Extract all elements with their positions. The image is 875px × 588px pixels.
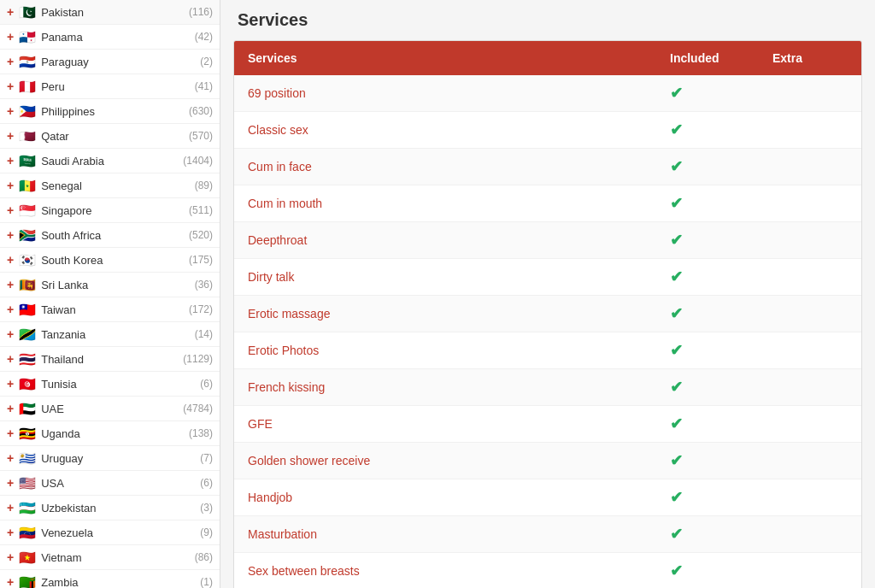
included-cell: ✔ bbox=[656, 332, 759, 368]
plus-icon: + bbox=[7, 129, 14, 143]
service-cell: Golden shower receive bbox=[234, 445, 656, 476]
country-name: Qatar bbox=[41, 130, 189, 143]
country-item[interactable]: + 🇿🇲 Zambia (1) bbox=[0, 570, 220, 588]
flag-icon: 🇺🇸 bbox=[19, 477, 36, 489]
service-cell: French kissing bbox=[234, 372, 656, 403]
country-count: (86) bbox=[195, 551, 213, 563]
flag-icon: 🇵🇾 bbox=[19, 56, 36, 68]
flag-icon: 🇺🇿 bbox=[19, 502, 36, 514]
country-item[interactable]: + 🇺🇬 Uganda (138) bbox=[0, 421, 220, 446]
country-item[interactable]: + 🇵🇭 Philippines (630) bbox=[0, 99, 220, 124]
plus-icon: + bbox=[7, 550, 14, 564]
country-item[interactable]: + 🇹🇿 Tanzania (14) bbox=[0, 322, 220, 347]
country-list: + 🇵🇰 Pakistan (116) + 🇵🇦 Panama (42) + 🇵… bbox=[0, 0, 220, 588]
country-name: UAE bbox=[41, 403, 183, 415]
extra-cell bbox=[759, 379, 861, 396]
country-name: Panama bbox=[41, 31, 194, 44]
service-name: Classic sex bbox=[248, 123, 308, 137]
flag-icon: 🇵🇦 bbox=[19, 31, 36, 43]
country-count: (570) bbox=[189, 130, 213, 142]
country-item[interactable]: + 🇵🇪 Peru (41) bbox=[0, 74, 220, 99]
table-row: Cum in mouth ✔ bbox=[234, 185, 861, 222]
plus-icon: + bbox=[7, 79, 14, 93]
country-item[interactable]: + 🇺🇿 Uzbekistan (3) bbox=[0, 496, 220, 520]
country-name: Uruguay bbox=[41, 452, 200, 465]
country-item[interactable]: + 🇦🇪 UAE (4784) bbox=[0, 397, 220, 421]
service-name: Cum in mouth bbox=[248, 197, 322, 210]
country-count: (1129) bbox=[183, 353, 213, 365]
extra-cell bbox=[759, 85, 861, 102]
header-included: Included bbox=[656, 41, 759, 75]
check-icon: ✔ bbox=[670, 562, 683, 579]
country-count: (36) bbox=[195, 279, 213, 291]
plus-icon: + bbox=[7, 426, 14, 440]
services-table: Services Included Extra 69 position ✔ Cl… bbox=[233, 40, 862, 588]
flag-icon: 🇿🇦 bbox=[19, 229, 36, 241]
plus-icon: + bbox=[7, 278, 14, 291]
country-item[interactable]: + 🇹🇭 Thailand (1129) bbox=[0, 347, 220, 372]
included-cell: ✔ bbox=[656, 296, 759, 332]
country-count: (7) bbox=[200, 452, 213, 464]
table-row: Masturbation ✔ bbox=[234, 516, 861, 553]
service-name: 69 position bbox=[248, 86, 306, 100]
country-item[interactable]: + 🇵🇾 Paraguay (2) bbox=[0, 50, 220, 74]
country-item[interactable]: + 🇱🇰 Sri Lanka (36) bbox=[0, 273, 220, 297]
included-cell: ✔ bbox=[656, 553, 759, 588]
table-row: Classic sex ✔ bbox=[234, 112, 861, 149]
extra-cell bbox=[759, 195, 861, 212]
country-item[interactable]: + 🇶🇦 Qatar (570) bbox=[0, 124, 220, 149]
check-icon: ✔ bbox=[670, 158, 683, 175]
check-icon: ✔ bbox=[670, 305, 683, 322]
plus-icon: + bbox=[7, 402, 14, 415]
service-cell: Cum in face bbox=[234, 151, 656, 182]
country-item[interactable]: + 🇸🇬 Singapore (511) bbox=[0, 198, 220, 223]
plus-icon: + bbox=[7, 377, 14, 391]
flag-icon: 🇻🇳 bbox=[19, 551, 36, 563]
included-cell: ✔ bbox=[656, 222, 759, 258]
country-item[interactable]: + 🇵🇰 Pakistan (116) bbox=[0, 0, 220, 25]
country-name: Tanzania bbox=[41, 328, 194, 341]
country-item[interactable]: + 🇹🇳 Tunisia (6) bbox=[0, 372, 220, 397]
country-item[interactable]: + 🇸🇦 Saudi Arabia (1404) bbox=[0, 149, 220, 173]
plus-icon: + bbox=[7, 575, 14, 588]
flag-icon: 🇺🇾 bbox=[19, 452, 36, 464]
check-icon: ✔ bbox=[670, 489, 683, 506]
country-item[interactable]: + 🇺🇸 USA (6) bbox=[0, 471, 220, 496]
country-item[interactable]: + 🇺🇾 Uruguay (7) bbox=[0, 446, 220, 471]
country-name: Saudi Arabia bbox=[41, 155, 183, 168]
table-row: Handjob ✔ bbox=[234, 479, 861, 516]
plus-icon: + bbox=[7, 179, 14, 192]
country-item[interactable]: + 🇿🇦 South Africa (520) bbox=[0, 223, 220, 248]
country-item[interactable]: + 🇹🇼 Taiwan (172) bbox=[0, 297, 220, 322]
country-item[interactable]: + 🇻🇪 Venezuela (9) bbox=[0, 520, 220, 545]
country-count: (630) bbox=[189, 105, 213, 117]
country-count: (116) bbox=[189, 6, 213, 18]
plus-icon: + bbox=[7, 526, 14, 539]
country-item[interactable]: + 🇸🇳 Senegal (89) bbox=[0, 173, 220, 198]
country-item[interactable]: + 🇻🇳 Vietnam (86) bbox=[0, 545, 220, 570]
extra-cell bbox=[759, 562, 861, 579]
country-name: Tunisia bbox=[41, 378, 200, 391]
included-cell: ✔ bbox=[656, 112, 759, 148]
country-count: (3) bbox=[200, 502, 213, 514]
country-item[interactable]: + 🇵🇦 Panama (42) bbox=[0, 25, 220, 50]
table-row: Erotic massage ✔ bbox=[234, 296, 861, 332]
country-name: South Korea bbox=[41, 254, 189, 267]
service-name: Erotic Photos bbox=[248, 344, 319, 357]
service-name: Masturbation bbox=[248, 527, 317, 541]
country-count: (14) bbox=[195, 328, 213, 340]
table-row: 69 position ✔ bbox=[234, 75, 861, 112]
plus-icon: + bbox=[7, 55, 14, 68]
section-title: Services bbox=[220, 0, 875, 40]
flag-icon: 🇹🇳 bbox=[19, 378, 36, 390]
flag-icon: 🇰🇷 bbox=[19, 254, 36, 266]
service-cell: Masturbation bbox=[234, 519, 656, 550]
plus-icon: + bbox=[7, 5, 14, 19]
service-cell: Dirty talk bbox=[234, 262, 656, 292]
country-item[interactable]: + 🇰🇷 South Korea (175) bbox=[0, 248, 220, 273]
service-cell: 69 position bbox=[234, 78, 656, 109]
included-cell: ✔ bbox=[656, 149, 759, 185]
table-header: Services Included Extra bbox=[234, 41, 861, 75]
flag-icon: 🇹🇿 bbox=[19, 328, 36, 340]
country-count: (138) bbox=[189, 427, 213, 439]
